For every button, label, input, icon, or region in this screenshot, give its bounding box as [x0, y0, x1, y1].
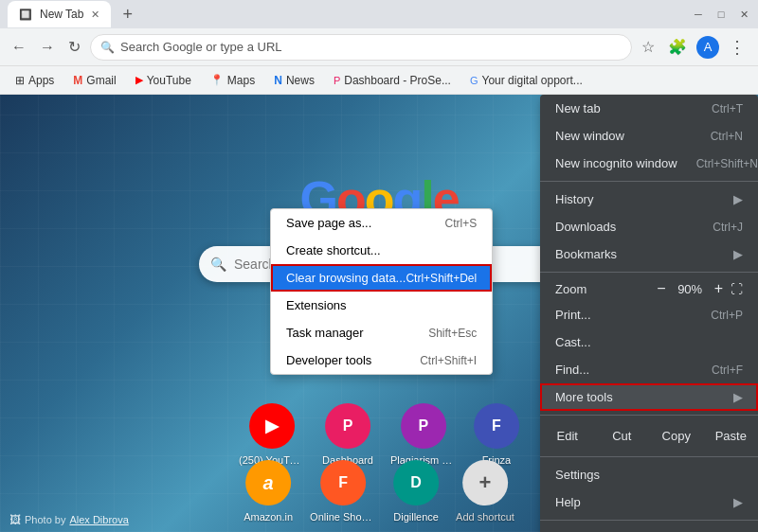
bookmark-gmail[interactable]: M Gmail	[65, 71, 123, 90]
menu-cast-label: Cast...	[555, 335, 743, 349]
menu-cast[interactable]: Cast...	[540, 328, 758, 356]
bookmark-apps[interactable]: ⊞ Apps	[8, 71, 62, 90]
sub-menu-extensions-label: Extensions	[286, 298, 347, 312]
menu-new-tab[interactable]: New tab Ctrl+T	[540, 95, 758, 122]
zoom-fullscreen-button[interactable]: ⛶	[731, 282, 743, 296]
shortcut-frinza-icon: F	[474, 403, 519, 449]
shortcut-digillence[interactable]: D Digillence	[393, 460, 439, 523]
shortcut-frinza[interactable]: F Frinza	[474, 403, 519, 466]
sub-menu-developer-tools-label: Developer tools	[286, 353, 371, 367]
bookmark-dashboard[interactable]: P Dashboard - ProSe...	[326, 71, 459, 90]
menu-find-label: Find...	[555, 363, 693, 377]
shortcut-online-shop-icon: F	[320, 460, 366, 505]
menu-print[interactable]: Print... Ctrl+P	[540, 301, 758, 328]
minimize-button[interactable]: ─	[692, 8, 705, 21]
window-controls: ─ □ ✕	[692, 8, 750, 21]
menu-find[interactable]: Find... Ctrl+F	[540, 356, 758, 383]
zoom-decrease-button[interactable]: −	[657, 280, 665, 297]
extensions-button[interactable]: 🧩	[664, 34, 691, 60]
close-button[interactable]: ✕	[737, 8, 750, 21]
bookmark-news-label: News	[286, 74, 315, 87]
maximize-button[interactable]: □	[714, 8, 728, 21]
zoom-value: 90%	[674, 282, 707, 296]
bookmark-youtube[interactable]: ▶ YouTube	[128, 71, 199, 90]
menu-incognito-label: New incognito window	[555, 156, 677, 170]
menu-button[interactable]: ⋮	[725, 33, 750, 62]
shortcut-add[interactable]: + Add shortcut	[456, 460, 514, 523]
shortcut-dashboard[interactable]: P Dashboard	[322, 403, 373, 466]
tab-bar: 🔲 New Tab ✕ +	[8, 1, 136, 27]
gmail-icon: M	[73, 74, 82, 87]
photo-icon: 🖼	[9, 513, 21, 526]
bookmark-news[interactable]: N News	[266, 71, 322, 90]
sub-menu-save-page[interactable]: Save page as... Ctrl+S	[271, 209, 492, 237]
dashboard-icon: P	[334, 75, 340, 86]
menu-settings-label: Settings	[555, 468, 743, 482]
menu-incognito[interactable]: New incognito window Ctrl+Shift+N	[540, 150, 758, 177]
menu-help[interactable]: Help ▶	[540, 488, 758, 516]
photo-credit: 🖼 Photo by Alex Dibrova	[9, 513, 129, 526]
menu-more-tools[interactable]: More tools ▶	[540, 383, 758, 411]
photo-prefix: Photo by	[25, 514, 65, 525]
forward-button[interactable]: →	[36, 35, 59, 60]
menu-exit[interactable]: Exit	[540, 524, 758, 532]
sub-menu-clear-browsing[interactable]: Clear browsing data... Ctrl+Shift+Del	[271, 264, 492, 292]
bookmarks-bar: ⊞ Apps M Gmail ▶ YouTube 📍 Maps N News P…	[0, 66, 758, 95]
reload-button[interactable]: ↻	[64, 34, 84, 60]
shortcuts-row1: ▶ (250) YouTube P Dashboard P Plagiarism…	[239, 403, 519, 466]
menu-downloads[interactable]: Downloads Ctrl+J	[540, 213, 758, 240]
menu-history[interactable]: History ▶	[540, 186, 758, 213]
zoom-increase-button[interactable]: +	[714, 280, 723, 297]
bookmark-star-button[interactable]: ☆	[638, 34, 659, 60]
menu-divider-2	[540, 272, 758, 273]
menu-edit-row: Edit Cut Copy Paste	[540, 419, 758, 452]
menu-paste-button[interactable]: Paste	[704, 423, 759, 449]
bookmark-gmail-label: Gmail	[86, 74, 116, 87]
apps-icon: ⊞	[15, 74, 25, 87]
shortcut-online-shop[interactable]: F Online Shopp...	[310, 460, 376, 523]
photo-author-link[interactable]: Alex Dibrova	[69, 514, 128, 525]
toolbar-actions: ☆ 🧩 A ⋮	[638, 33, 750, 62]
shortcut-plagiarism[interactable]: P Plagiarism C...	[390, 403, 457, 466]
menu-copy-button[interactable]: Copy	[649, 423, 704, 449]
menu-divider-5	[540, 520, 758, 521]
shortcut-plagiarism-icon: P	[401, 403, 446, 449]
menu-downloads-shortcut: Ctrl+J	[713, 221, 743, 234]
sub-menu-task-manager[interactable]: Task manager Shift+Esc	[271, 319, 492, 346]
menu-more-tools-label: More tools	[555, 390, 726, 404]
new-tab-button[interactable]: +	[118, 5, 136, 25]
shortcut-add-label: Add shortcut	[456, 511, 514, 523]
shortcut-amazon[interactable]: a Amazon.in	[244, 460, 293, 523]
menu-divider-3	[540, 415, 758, 416]
menu-find-shortcut: Ctrl+F	[712, 364, 743, 377]
tab-close-button[interactable]: ✕	[91, 9, 99, 21]
toolbar: ← → ↻ 🔍 Search Google or type a URL ☆ 🧩 …	[0, 28, 758, 66]
zoom-controls: − 90% + ⛶	[657, 280, 743, 297]
address-bar[interactable]: 🔍 Search Google or type a URL	[90, 34, 632, 61]
bookmark-digital[interactable]: G Your digital opport...	[462, 71, 590, 90]
digital-icon: G	[470, 75, 478, 86]
menu-bookmarks-label: Bookmarks	[555, 247, 726, 261]
back-button[interactable]: ←	[8, 35, 30, 60]
title-bar: 🔲 New Tab ✕ + ─ □ ✕	[0, 0, 758, 28]
menu-new-window[interactable]: New window Ctrl+N	[540, 122, 758, 150]
menu-settings[interactable]: Settings	[540, 461, 758, 488]
active-tab[interactable]: 🔲 New Tab ✕	[8, 1, 111, 27]
menu-divider-4	[540, 456, 758, 457]
sub-menu-save-page-shortcut: Ctrl+S	[444, 217, 477, 230]
news-icon: N	[274, 74, 282, 87]
profile-button[interactable]: A	[696, 36, 719, 59]
menu-cut-button[interactable]: Cut	[595, 423, 650, 449]
sub-menu-extensions[interactable]: Extensions	[271, 292, 492, 319]
menu-print-label: Print...	[555, 308, 692, 322]
sub-menu-developer-tools[interactable]: Developer tools Ctrl+Shift+I	[271, 346, 492, 374]
menu-help-arrow: ▶	[733, 495, 743, 509]
shortcut-youtube-icon: ▶	[249, 403, 295, 449]
sub-menu-create-shortcut[interactable]: Create shortcut...	[271, 237, 492, 264]
menu-new-window-label: New window	[555, 129, 692, 143]
shortcuts-row2: a Amazon.in F Online Shopp... D Digillen…	[244, 460, 514, 523]
shortcut-youtube[interactable]: ▶ (250) YouTube	[239, 403, 305, 466]
bookmark-maps[interactable]: 📍 Maps	[203, 71, 262, 90]
sub-menu-save-page-label: Save page as...	[286, 216, 371, 230]
menu-bookmarks[interactable]: Bookmarks ▶	[540, 240, 758, 268]
